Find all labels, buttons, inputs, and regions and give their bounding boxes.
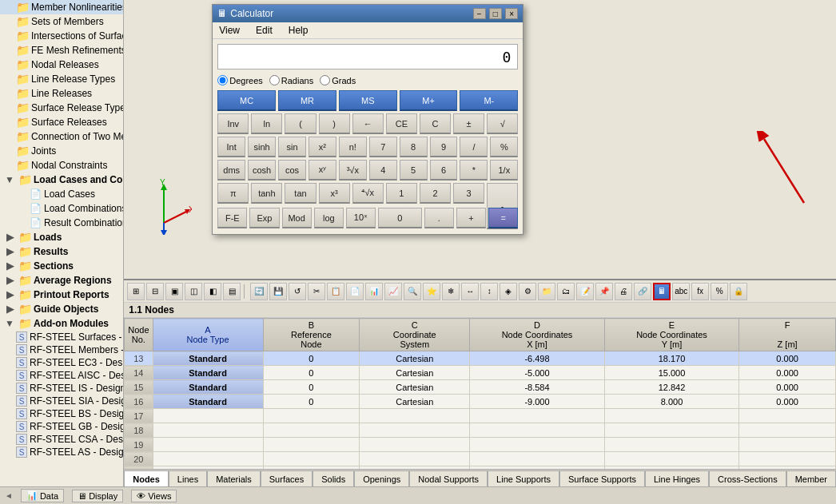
tab-nodes[interactable]: Nodes (124, 470, 169, 486)
btn-9[interactable]: 9 (430, 137, 458, 157)
cell-a[interactable]: Standard (153, 366, 263, 380)
cell-a[interactable] (153, 452, 263, 466)
close-button[interactable]: × (505, 8, 518, 19)
toolbar-btn-21[interactable]: ⚙ (519, 283, 536, 300)
toolbar-btn-30[interactable]: fx (691, 283, 709, 300)
btn-5[interactable]: 5 (400, 160, 428, 181)
sidebar-item-rf-steel-surfaces[interactable]: S RF-STEEL Surfaces - General stress ana… (0, 331, 123, 343)
view-area[interactable]: Y X Z 🖩 Calculator (124, 0, 836, 279)
sidebar-item-rf-steel-is[interactable]: S RF-STEEL IS - Design of steel members … (0, 382, 123, 395)
btn-open-paren[interactable]: ( (285, 113, 316, 134)
btn-mc[interactable]: MC (217, 90, 276, 111)
btn-dot[interactable]: . (424, 208, 454, 228)
tab-lines[interactable]: Lines (169, 470, 207, 486)
cell-c[interactable]: Cartesian (360, 380, 470, 395)
btn-8[interactable]: 8 (400, 137, 428, 157)
btn-xy[interactable]: xʸ (309, 160, 336, 181)
minimize-button[interactable]: − (473, 8, 486, 19)
btn-cbrtx[interactable]: ³√x (339, 160, 367, 181)
cell-d[interactable] (470, 409, 604, 423)
cell-a[interactable] (153, 409, 263, 423)
btn-dms[interactable]: dms (217, 160, 245, 181)
cell-d[interactable]: -9.000 (470, 395, 604, 409)
toolbar-btn-18[interactable]: ↔ (461, 283, 479, 300)
toolbar-btn-3[interactable]: ▣ (165, 283, 183, 300)
table-row[interactable]: 18 (125, 423, 836, 438)
btn-xsq[interactable]: x² (309, 137, 336, 157)
table-row[interactable]: 16 Standard 0 Cartesian -9.000 8.000 0.0… (125, 395, 836, 409)
btn-nfact[interactable]: n! (339, 137, 367, 157)
btn-pi[interactable]: π (217, 183, 249, 204)
cell-a[interactable] (153, 438, 263, 452)
btn-close-paren[interactable]: ) (319, 113, 350, 134)
cell-f[interactable]: 0.000 (739, 380, 836, 395)
btn-equals-main[interactable]: = (488, 208, 518, 228)
cell-e[interactable] (604, 452, 738, 466)
sidebar-item-rf-steel-as[interactable]: S RF-STEEL AS - Design of steel members … (0, 446, 123, 458)
sidebar-item-rf-steel-aisc[interactable]: S RF-STEEL AISC - Design of steel member… (0, 369, 123, 382)
cell-c[interactable] (360, 409, 470, 423)
btn-sinh[interactable]: sinh (248, 137, 276, 157)
menu-view[interactable]: View (216, 24, 243, 37)
cell-b[interactable] (263, 438, 360, 452)
btn-tanh[interactable]: tanh (251, 183, 282, 204)
sidebar-item-average-regions[interactable]: ▶ 📁 Average Regions (0, 273, 123, 288)
btn-1[interactable]: 1 (386, 183, 417, 204)
toolbar-btn-17[interactable]: ❄ (442, 283, 460, 300)
cell-b[interactable]: 0 (263, 366, 360, 380)
sidebar-item-surface-release-types[interactable]: 📁 Surface Release Types (0, 101, 123, 115)
cell-e[interactable] (604, 409, 738, 423)
cell-d[interactable] (470, 423, 604, 438)
menu-help[interactable]: Help (285, 24, 312, 37)
toolbar-btn-22[interactable]: 📁 (538, 283, 555, 300)
tab-nodal-supports[interactable]: Nodal Supports (409, 470, 488, 486)
cell-d[interactable] (470, 438, 604, 452)
toolbar-btn-27[interactable]: 🔗 (634, 283, 651, 300)
cell-a[interactable]: Standard (153, 380, 263, 395)
cell-e[interactable]: 12.842 (604, 380, 738, 395)
toolbar-btn-32[interactable]: 🔒 (730, 283, 747, 300)
sidebar-item-connection-two-members[interactable]: 📁 Connection of Two Members (0, 129, 123, 144)
cell-c[interactable]: Cartesian (360, 366, 470, 380)
sidebar-item-printout-reports[interactable]: ▶ 📁 Printout Reports (0, 288, 123, 302)
table-row[interactable]: 14 Standard 0 Cartesian -5.000 15.000 0.… (125, 366, 836, 380)
cell-a[interactable]: Standard (153, 351, 263, 366)
cell-c[interactable]: Cartesian (360, 351, 470, 366)
toolbar-btn-5[interactable]: ◧ (204, 283, 221, 300)
cell-f[interactable] (739, 452, 836, 466)
sidebar-item-fe-mesh[interactable]: 📁 FE Mesh Refinements (0, 43, 123, 58)
cell-f[interactable]: 0.000 (739, 395, 836, 409)
tab-solids[interactable]: Solids (313, 470, 354, 486)
toolbar-btn-23[interactable]: 🗂 (557, 283, 575, 300)
sidebar-item-member-nonlinearities[interactable]: 📁 Member Nonlinearities (0, 0, 123, 14)
btn-4[interactable]: 4 (369, 160, 397, 181)
sidebar-item-rf-steel-bs[interactable]: S RF-STEEL BS - Design of steel members … (0, 407, 123, 420)
cell-e[interactable]: 18.170 (604, 351, 738, 366)
tab-line-hinges[interactable]: Line Hinges (645, 470, 709, 486)
table-row[interactable]: 20 (125, 452, 836, 466)
btn-mminus[interactable]: M- (460, 90, 518, 111)
btn-sin[interactable]: sin (278, 137, 306, 157)
cell-b[interactable]: 0 (263, 380, 360, 395)
cell-e[interactable]: 8.000 (604, 395, 738, 409)
sidebar-item-load-combinations[interactable]: 📄 Load Combinations (0, 201, 123, 216)
radio-grads[interactable]: Grads (320, 75, 356, 85)
toolbar-btn-29[interactable]: abc (672, 283, 690, 300)
btn-inv[interactable]: Inv (217, 113, 249, 134)
toolbar-btn-8[interactable]: 💾 (269, 283, 287, 300)
toolbar-btn-11[interactable]: 📋 (327, 283, 344, 300)
table-row[interactable]: 13 Standard 0 Cartesian -6.498 18.170 0.… (125, 351, 836, 366)
table-row[interactable]: 15 Standard 0 Cartesian -8.584 12.842 0.… (125, 380, 836, 395)
tab-member[interactable]: Member (786, 470, 836, 486)
btn-fe[interactable]: F-E (217, 208, 247, 228)
btn-ms[interactable]: MS (339, 90, 397, 111)
cell-b[interactable] (263, 409, 360, 423)
btn-div[interactable]: / (460, 137, 488, 157)
cell-f[interactable] (739, 409, 836, 423)
sidebar-item-load-cases-combinations[interactable]: ▼ 📁 Load Cases and Combinations (0, 173, 123, 187)
btn-pct[interactable]: % (490, 137, 518, 157)
toolbar-btn-19[interactable]: ↕ (480, 283, 498, 300)
toolbar-btn-16[interactable]: ⭐ (423, 283, 440, 300)
toolbar-btn-31[interactable]: % (711, 283, 728, 300)
btn-cosh[interactable]: cosh (248, 160, 276, 181)
